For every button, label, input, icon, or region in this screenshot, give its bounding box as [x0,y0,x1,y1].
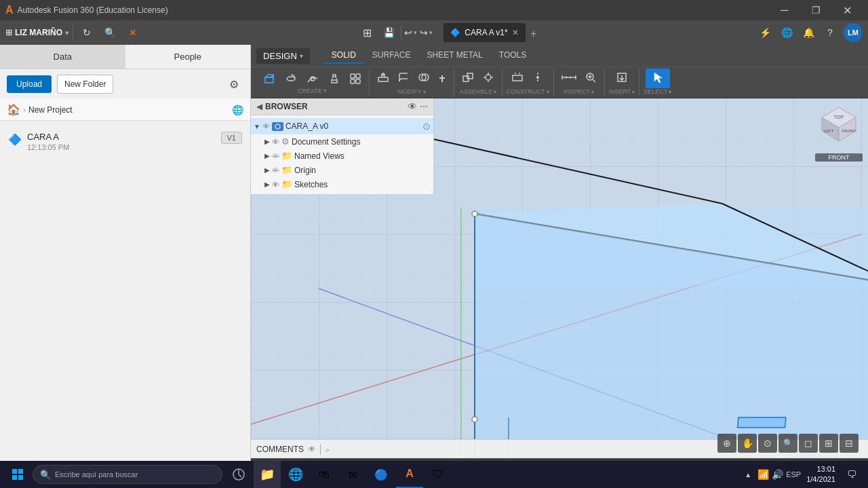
origin-icon: 📁 [281,165,292,175]
browser-doc-settings[interactable]: ▶ 👁 ⚙ Document Settings [251,134,433,149]
create-loft-btn[interactable] [324,70,344,88]
save-btn[interactable]: 💾 [379,23,398,42]
root-dot-icon[interactable]: ⊙ [422,121,431,132]
project-item[interactable]: 🔷 CARA A 12:13:05 PM V1 [0,126,250,157]
browser-eye-icon[interactable]: 👁 [408,101,417,112]
tab-sheet-metal[interactable]: SHEET METAL [419,48,491,64]
new-tab-btn[interactable]: + [526,26,542,42]
create-sweep-btn[interactable] [302,70,323,88]
insert-btn[interactable] [612,69,631,88]
browser-sketches[interactable]: ▶ 👁 📁 Sketches [251,177,433,191]
vp-grid-btn[interactable]: ⊞ [819,434,838,453]
settings-gear-button[interactable]: ⚙ [224,75,243,94]
viewport[interactable]: ◀ BROWSER 👁 ⋯ ▼ 👁 ⬡ CARA_A v0 ⊙ [251,98,868,488]
modify-combine-btn[interactable] [414,69,433,88]
vp-fitall-btn[interactable]: 🔍 [778,434,797,453]
named-views-label: Named Views [294,151,431,161]
user-avatar[interactable]: LM [844,23,863,42]
undo-btn[interactable]: ↩▾ [404,27,417,38]
upload-button[interactable]: Upload [7,75,52,93]
volume-icon[interactable]: 🔊 [772,469,783,480]
construct-offset-plane-btn[interactable] [508,69,527,88]
comments-eye-icon[interactable]: 👁 [308,445,316,454]
origin-eye-icon[interactable]: 👁 [272,166,279,174]
browser-collapse-btn[interactable]: ◀ [256,102,262,111]
taskbar-app-fusion[interactable]: A [396,461,423,488]
browser-origin[interactable]: ▶ 👁 📁 Origin [251,163,433,177]
modify-fillet-btn[interactable] [394,69,413,88]
online-indicator[interactable]: 🌐 [778,24,795,41]
redo-btn[interactable]: ↪▾ [420,27,433,38]
taskbar-app-explorer[interactable]: 📁 [254,461,281,488]
browser-more-icon[interactable]: ⋯ [420,102,428,111]
breadcrumb-project-label[interactable]: New Project [28,105,73,115]
breadcrumb-separator: › [23,105,26,115]
minimize-button[interactable]: ─ [769,0,800,20]
lang-indicator[interactable]: ESP [786,470,801,478]
search-btn[interactable]: 🔍 [100,23,119,42]
taskbar-app-widgets[interactable] [225,461,252,488]
tab-close-btn[interactable]: ✕ [512,28,519,37]
create-extrude-btn[interactable] [259,70,279,88]
vp-display-btn[interactable]: ◻ [799,434,818,453]
taskbar-clock[interactable]: 13:01 1/4/2021 [804,464,838,485]
assemble-new-component-btn[interactable] [458,69,477,88]
inspect-zoom-btn[interactable] [581,69,600,88]
taskbar-app-mail[interactable]: ✉ [339,461,366,488]
create-more-btn[interactable] [346,70,365,88]
tab-surface[interactable]: SURFACE [364,48,419,64]
browser-named-views[interactable]: ▶ 👁 📁 Named Views [251,149,433,163]
taskbar-app-chrome[interactable]: 🔵 [368,461,395,488]
modify-more-btn[interactable] [435,69,450,88]
named-views-eye-icon[interactable]: 👁 [272,152,279,160]
version-badge[interactable]: V1 [221,132,242,144]
close-panel-btn[interactable]: ✕ [123,23,142,42]
construct-axis-btn[interactable] [528,69,547,88]
assemble-joint-btn[interactable] [479,69,498,88]
create-revolve-btn[interactable] [281,70,301,88]
vp-orbit-btn[interactable]: ⊕ [717,434,736,453]
modify-press-pull-btn[interactable] [374,69,393,88]
doc-tab[interactable]: 🔷 CARA A v1* ✕ [443,23,525,42]
select-btn[interactable] [646,69,670,88]
refresh-btn[interactable]: ↻ [77,23,96,42]
browser-root-item[interactable]: ▼ 👁 ⬡ CARA_A v0 ⊙ [251,118,433,134]
start-button[interactable] [3,461,33,488]
root-eye-icon[interactable]: 👁 [262,122,270,130]
wifi-icon[interactable]: 📶 [757,469,769,480]
tab-solid[interactable]: SOLID [323,48,364,64]
tab-people[interactable]: People [125,45,251,69]
tab-area: ⊞ 💾 ↩▾ ↪▾ 🔷 CARA A v1* ✕ + [145,23,754,42]
taskbar-search[interactable]: 🔍 Escribe aquí para buscar [33,465,222,484]
vp-pan-btn[interactable]: ✋ [738,434,757,453]
taskbar-app-antivirus[interactable]: 🛡 [425,461,452,488]
breadcrumb-globe-icon[interactable]: 🌐 [232,105,243,115]
taskbar-app-store[interactable]: 🛍 [311,461,338,488]
tab-data[interactable]: Data [0,45,125,69]
view-cube[interactable]: TOP LEFT FRONT FRONT [815,104,863,151]
notification-center-btn[interactable]: 🗨 [841,461,863,488]
breadcrumb-home-icon[interactable]: 🏠 [7,103,20,116]
svg-text:LEFT: LEFT [824,129,834,133]
svg-text:FRONT: FRONT [842,129,856,133]
tab-tools[interactable]: TOOLS [491,48,534,64]
doc-settings-eye-icon[interactable]: 👁 [272,138,279,146]
grid-apps-btn[interactable]: ⊞ [357,23,376,42]
extensions-btn[interactable]: ⚡ [757,24,773,41]
new-folder-button[interactable]: New Folder [57,75,113,94]
vp-view-btn[interactable]: ⊟ [840,434,859,453]
design-dropdown[interactable]: DESIGN ▾ [256,48,310,64]
comments-divider [320,444,321,455]
help-btn[interactable]: ? [822,24,838,41]
maximize-button[interactable]: ❐ [800,0,831,20]
notification-btn[interactable]: 🔔 [800,24,816,41]
vp-zoom-btn[interactable]: ⊙ [758,434,777,453]
sketches-eye-icon[interactable]: 👁 [272,181,279,189]
clock-time: 13:01 [806,464,835,474]
close-button[interactable]: ✕ [831,0,863,20]
taskbar-up-arrow[interactable]: ▲ [741,461,755,488]
user-profile[interactable]: ⊞ LIZ MARIÑO ▾ [5,28,68,37]
taskbar-app-edge[interactable]: 🌐 [282,461,309,488]
comments-expand-icon[interactable]: ⬦ [325,445,330,454]
inspect-measure-btn[interactable] [558,69,580,88]
